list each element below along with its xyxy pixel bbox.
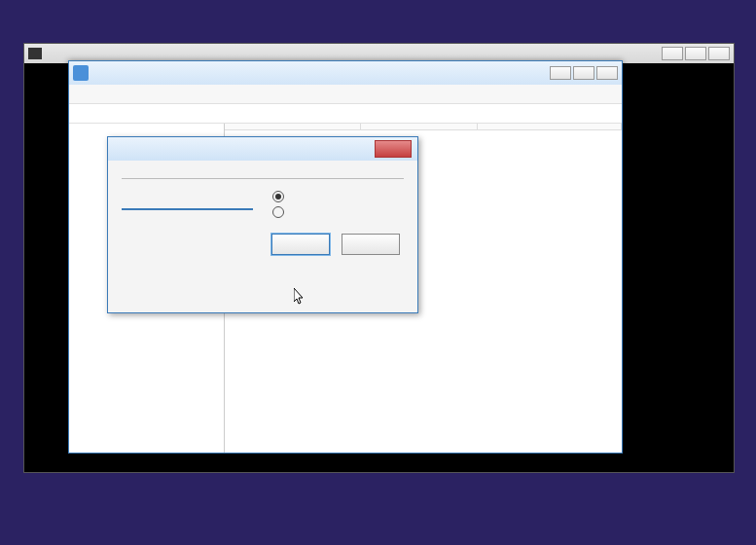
value-data-input[interactable] bbox=[122, 191, 253, 210]
ok-button[interactable] bbox=[271, 234, 330, 255]
col-name[interactable] bbox=[225, 124, 361, 129]
cancel-button[interactable] bbox=[342, 234, 400, 255]
regedit-close-button[interactable] bbox=[596, 66, 618, 80]
radio-dec-indicator bbox=[272, 206, 284, 218]
value-name-field bbox=[122, 172, 404, 179]
radio-hex-indicator bbox=[272, 191, 284, 202]
cmd-close-button[interactable] bbox=[708, 47, 730, 60]
col-data[interactable] bbox=[478, 124, 622, 129]
menu-favorites[interactable] bbox=[116, 87, 127, 101]
dialog-close-button[interactable] bbox=[375, 140, 412, 158]
dialog-titlebar[interactable] bbox=[108, 137, 417, 161]
regedit-menubar bbox=[69, 85, 622, 104]
menu-file[interactable] bbox=[75, 87, 87, 101]
menu-view[interactable] bbox=[102, 87, 114, 101]
regedit-list-header bbox=[225, 124, 622, 130]
cmd-icon bbox=[28, 48, 42, 59]
col-type[interactable] bbox=[361, 124, 478, 129]
regedit-max-button[interactable] bbox=[573, 66, 594, 80]
setup-progress-bar bbox=[0, 506, 756, 545]
cmd-min-button[interactable] bbox=[662, 47, 683, 60]
edit-dword-dialog bbox=[107, 136, 418, 313]
regedit-min-button[interactable] bbox=[550, 66, 571, 80]
regedit-titlebar[interactable] bbox=[69, 61, 622, 85]
radio-hex[interactable] bbox=[272, 191, 404, 202]
menu-edit[interactable] bbox=[89, 87, 100, 101]
radio-dec[interactable] bbox=[272, 206, 404, 218]
cmd-max-button[interactable] bbox=[685, 47, 706, 60]
menu-help[interactable] bbox=[129, 87, 141, 101]
regedit-address-bar[interactable] bbox=[69, 104, 622, 124]
regedit-icon bbox=[73, 65, 89, 81]
